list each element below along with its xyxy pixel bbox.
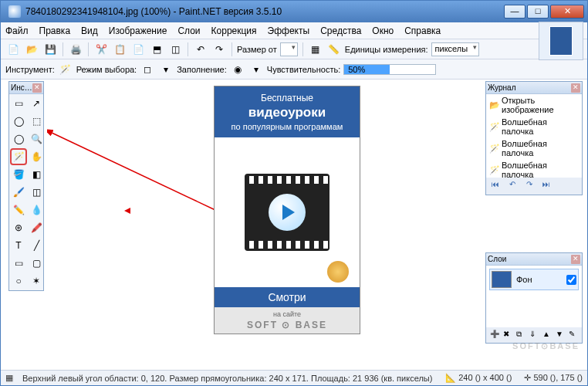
mode-dropdown-icon[interactable]: ▾ (158, 62, 174, 77)
history-item[interactable]: 🪄Волшебная палочка (486, 116, 582, 137)
units-label: Единицы измерения: (345, 45, 428, 54)
tool-line[interactable]: ╱ (28, 237, 45, 254)
layer-visible-checkbox[interactable] (566, 275, 576, 285)
history-panel-header[interactable]: Журнал ✕ (486, 82, 582, 94)
fill-contiguous-icon[interactable]: ◉ (230, 62, 245, 77)
deselect-button[interactable]: ◫ (167, 42, 183, 57)
history-rewind-button[interactable]: ⏮ (488, 180, 502, 192)
tool-paint-bucket[interactable]: 🪣 (10, 166, 27, 183)
cut-button[interactable]: ✂️ (93, 42, 109, 57)
minimize-button[interactable]: — (504, 5, 525, 19)
watermark: SOFT⊙BASE (512, 341, 580, 351)
tool-pan[interactable]: ✋ (28, 148, 45, 165)
canvas-button: Смотри (215, 287, 360, 307)
layer-delete-button[interactable]: ✖ (503, 330, 514, 340)
layer-up-button[interactable]: ▲ (542, 330, 553, 340)
mode-replace-icon[interactable]: ◻ (140, 62, 155, 77)
tools-panel-close[interactable]: ✕ (32, 83, 42, 93)
print-button[interactable]: 🖨️ (68, 42, 83, 57)
history-buttons: ⏮ ↶ ↷ ⏭ (486, 178, 582, 195)
current-tool-icon[interactable]: 🪄 (58, 62, 73, 77)
layer-merge-button[interactable]: ⇓ (529, 330, 540, 340)
tool-zoom[interactable]: 🔍 (28, 130, 45, 147)
menu-effects[interactable]: Эффекты (268, 25, 310, 36)
history-undo-button[interactable]: ↶ (505, 180, 519, 192)
grid-button[interactable]: ▦ (308, 42, 323, 57)
ruler-button[interactable]: 📏 (326, 42, 342, 57)
new-button[interactable]: 📄 (5, 42, 21, 57)
tools-panel: Инс… ✕ ▭ ↗ ◯ ⬚ ◯ 🔍 🪄 ✋ 🪣 ◧ 🖌️ ◫ ✏️ 💧 ⊛ 🖍… (8, 81, 44, 291)
history-redo-button[interactable]: ↷ (522, 180, 536, 192)
layer-thumbnail (492, 271, 512, 288)
layer-duplicate-button[interactable]: ⧉ (516, 330, 527, 340)
history-item[interactable]: 🪄Волшебная палочка (486, 137, 582, 159)
menu-image[interactable]: Изображение (109, 25, 167, 36)
layer-down-button[interactable]: ▼ (556, 330, 566, 340)
wand-icon: 🪄 (489, 144, 498, 153)
tools-panel-header[interactable]: Инс… ✕ (9, 82, 43, 94)
tool-rounded-rect[interactable]: ▢ (28, 255, 45, 272)
status-selection-info: Верхний левый угол области: 0, 120. Разм… (22, 374, 432, 383)
canvas-foot1: на сайте (218, 310, 357, 318)
crop-button[interactable]: ⬒ (149, 42, 164, 57)
layers-panel-header[interactable]: Слои ✕ (486, 253, 582, 266)
layer-name: Фон (516, 275, 532, 284)
tool-rectangle-select[interactable]: ▭ (10, 95, 27, 112)
fill-dropdown-icon[interactable]: ▾ (248, 62, 264, 77)
size-combo[interactable] (280, 42, 298, 56)
tool-magic-wand[interactable]: 🪄 (10, 148, 27, 165)
menu-edit[interactable]: Правка (39, 25, 71, 36)
history-panel-title: Журнал (488, 83, 516, 92)
history-item[interactable]: 📂Открыть изображение (486, 94, 582, 116)
tool-move-selection[interactable]: ⬚ (28, 113, 45, 130)
menu-file[interactable]: Файл (5, 25, 29, 36)
tool-gradient[interactable]: ◧ (28, 166, 45, 183)
menu-help[interactable]: Справка (404, 25, 441, 36)
history-item[interactable]: 🪄Волшебная палочка (486, 159, 582, 178)
copy-button[interactable]: 📋 (112, 42, 127, 57)
menu-layers[interactable]: Слои (177, 25, 200, 36)
menu-tools[interactable]: Средства (320, 25, 361, 36)
tool-clone-stamp[interactable]: ⊛ (10, 219, 27, 236)
tool-recolor[interactable]: 🖍️ (28, 219, 45, 236)
layer-properties-button[interactable]: ✎ (569, 330, 580, 340)
play-icon (269, 194, 306, 231)
sens-value: 50% (348, 65, 365, 74)
tool-pencil[interactable]: ✏️ (10, 201, 27, 218)
tool-lasso-select[interactable]: ◯ (10, 113, 27, 130)
tool-move-selected[interactable]: ↗ (28, 95, 45, 112)
titlebar: 7840180292341948104.jpg (100%) - Paint.N… (1, 1, 587, 22)
tool-label: Инструмент: (5, 65, 55, 74)
tool-ellipse[interactable]: ○ (10, 273, 27, 290)
svg-line-0 (50, 132, 217, 211)
layers-panel-close[interactable]: ✕ (571, 255, 580, 264)
menu-view[interactable]: Вид (81, 25, 98, 36)
menu-adjustments[interactable]: Коррекция (211, 25, 257, 36)
maximize-button[interactable]: □ (527, 5, 549, 19)
fill-label: Заполнение: (177, 65, 227, 74)
paste-button[interactable]: 📄 (130, 42, 146, 57)
tool-freeform[interactable]: ✶ (28, 273, 45, 290)
save-button[interactable]: 💾 (42, 42, 58, 57)
preview-thumbnail[interactable] (539, 22, 583, 60)
layer-add-button[interactable]: ➕ (490, 330, 501, 340)
canvas-image[interactable]: Бесплатные видеоуроки по популярным прог… (214, 86, 360, 334)
separator (188, 42, 188, 56)
history-fastforward-button[interactable]: ⏭ (539, 180, 553, 192)
separator (231, 42, 232, 56)
tool-ellipse-select[interactable]: ◯ (10, 130, 27, 147)
undo-button[interactable]: ↶ (193, 42, 208, 57)
tool-text[interactable]: T (10, 237, 27, 254)
redo-button[interactable]: ↷ (211, 42, 227, 57)
layer-item[interactable]: Фон (489, 269, 579, 290)
tool-paintbrush[interactable]: 🖌️ (10, 184, 27, 201)
tool-color-picker[interactable]: 💧 (28, 201, 45, 218)
tool-rectangle[interactable]: ▭ (10, 255, 27, 272)
menu-window[interactable]: Окно (372, 25, 394, 36)
units-combo[interactable]: пикселы (431, 42, 480, 56)
tool-eraser[interactable]: ◫ (28, 184, 45, 201)
open-button[interactable]: 📂 (24, 42, 39, 57)
close-button[interactable]: ✕ (550, 5, 584, 19)
canvas-line3: по популярным программам (218, 122, 357, 131)
history-panel-close[interactable]: ✕ (571, 83, 580, 93)
